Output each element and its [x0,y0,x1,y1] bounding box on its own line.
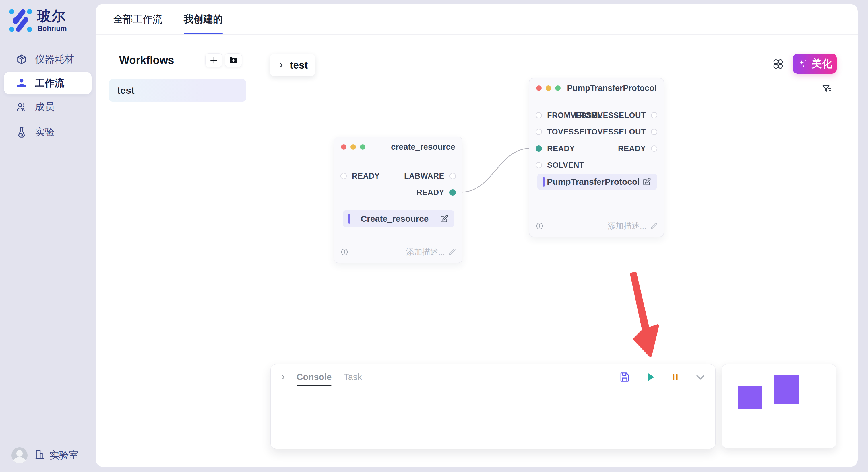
import-folder-button[interactable] [225,53,242,67]
sidebar-item-workflows[interactable]: 工作流 [4,72,92,94]
info-icon[interactable] [536,222,544,230]
sidebar-item-label: 实验 [35,126,55,139]
port-out-ready[interactable]: READY [416,189,456,196]
add-description-button[interactable]: 添加描述... [608,221,658,231]
console-tab[interactable]: Console [297,372,332,382]
port-in-solvent[interactable]: SOLVENT [536,161,584,169]
workflow-tabbar: 全部工作流 我创建的 [96,4,858,35]
chevron-right-icon [277,61,285,69]
port-circle-connected[interactable] [536,145,542,152]
beautify-label: 美化 [812,57,832,71]
window-dots-icon [341,144,365,150]
edit-icon[interactable] [439,214,448,224]
sidebar-item-label: 仪器耗材 [35,53,74,66]
bohrium-logo-icon [9,8,33,33]
pause-icon [670,372,681,382]
chevron-down-icon [694,371,706,383]
sidebar-item-members[interactable]: 成员 [0,94,96,120]
window-dots-icon [536,86,561,91]
console-panel: Console Task [270,364,716,449]
port-circle[interactable] [651,129,657,135]
members-icon [16,101,28,113]
collapse-panel-button[interactable] [694,371,707,383]
add-workflow-button[interactable] [205,53,222,67]
filter-icon [821,83,832,94]
minimap-node [738,386,762,409]
node-header: PumpTransferProtocol [529,78,663,98]
edit-icon[interactable] [642,177,651,187]
workflow-list-item-test[interactable]: test [109,79,246,102]
sidebar-item-label: 工作流 [35,76,64,90]
add-description-button[interactable]: 添加描述... [406,247,456,258]
breadcrumb-label: test [290,59,308,71]
save-icon [619,372,630,382]
port-out-ready[interactable]: READY [618,144,657,153]
workflows-panel-title: Workflows [119,54,174,67]
command-palette-button[interactable] [772,57,785,71]
workspace-label: 实验室 [50,449,79,462]
play-icon [644,371,656,383]
tab-all-workflows[interactable]: 全部工作流 [113,4,162,34]
port-in-ready[interactable]: READY [340,172,380,180]
pause-button[interactable] [669,371,681,383]
console-collapse-chevron-icon[interactable] [279,373,287,381]
node-header: create_resource [334,137,462,157]
save-button[interactable] [618,371,631,383]
workspace-switcher[interactable]: 实验室 [34,448,79,462]
command-icon [772,58,784,70]
task-tab[interactable]: Task [344,372,362,382]
port-circle[interactable] [536,129,542,135]
tab-my-created[interactable]: 我创建的 [184,4,223,34]
port-in-tovessel[interactable]: TOVESSEL [536,128,590,136]
port-out-tovesselout[interactable]: TOVESSELOUT [587,128,657,136]
experiment-icon [16,126,28,138]
panel-divider [252,36,252,459]
node-title: PumpTransferProtocol [567,83,657,93]
node-action-create-resource[interactable]: Create_resource [343,210,454,227]
port-out-fromvesselout[interactable]: FROMVESSELOUT [574,111,657,119]
sparkles-icon [797,58,808,69]
node-pump-transfer-protocol[interactable]: PumpTransferProtocol FROMVESSEL TOVESSEL… [529,78,664,237]
port-out-labware[interactable]: LABWARE [404,172,456,180]
sidebar-item-experiments[interactable]: 实验 [0,120,96,145]
node-create-resource[interactable]: create_resource READY LABWARE READY Crea… [334,137,462,263]
port-circle[interactable] [651,112,657,119]
sidebar-item-label: 成员 [35,100,55,113]
canvas-minimap[interactable] [722,364,836,448]
port-circle-connected[interactable] [450,189,456,196]
filter-button[interactable] [820,82,833,95]
folder-download-icon [229,56,238,65]
brand-logo: 玻尔 Bohrium [9,8,67,33]
port-circle[interactable] [340,173,347,179]
pencil-icon [448,248,456,256]
sidebar-nav: 仪器耗材 工作流 成员 [0,47,96,145]
brand-name-zh: 玻尔 [37,9,67,24]
brand-name-en: Bohrium [37,24,67,33]
node-action-pump-transfer-protocol[interactable]: PumpTransferProtocol [537,174,657,190]
canvas-breadcrumb[interactable]: test [270,54,315,76]
package-icon [16,53,28,65]
port-circle[interactable] [536,162,542,168]
minimap-node [774,375,799,404]
info-icon[interactable] [340,248,348,256]
sidebar-item-instruments[interactable]: 仪器耗材 [0,47,96,72]
port-in-ready[interactable]: READY [536,144,575,153]
beautify-button[interactable]: 美化 [793,54,837,74]
sidebar: 玻尔 Bohrium 仪器耗材 [0,0,96,472]
port-circle[interactable] [651,145,657,152]
user-avatar[interactable] [11,447,28,463]
node-title: create_resource [391,142,455,152]
pencil-icon [650,222,658,230]
port-circle[interactable] [450,173,456,179]
run-button[interactable] [644,371,656,383]
plus-icon [209,56,218,65]
building-icon [34,448,45,462]
port-circle[interactable] [536,112,542,119]
workflow-people-icon [16,77,28,89]
